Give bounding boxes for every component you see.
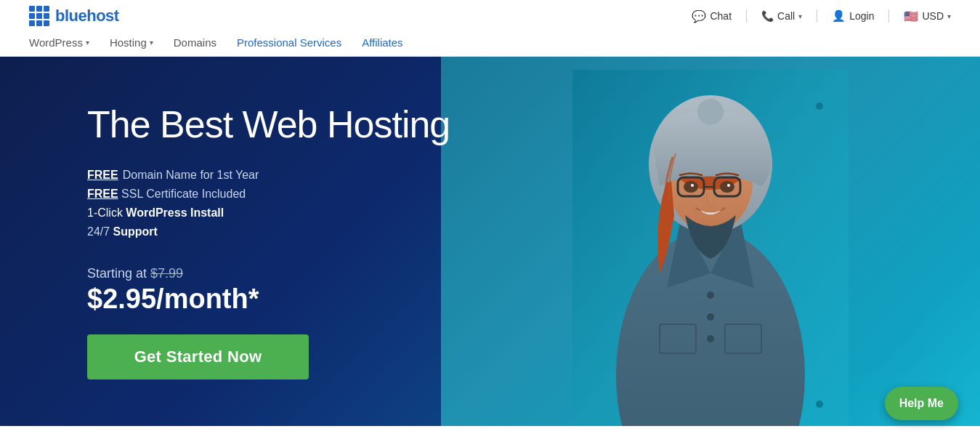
wordpress-dropdown-arrow: ▾ (86, 39, 89, 47)
starting-at-text: Starting at $7.99 (87, 266, 495, 281)
currency-label: USD (922, 10, 944, 22)
chat-link[interactable]: 💬 Chat (692, 9, 732, 23)
logo-area[interactable]: bluehost (29, 6, 119, 26)
currency-dropdown-arrow: ▾ (947, 12, 951, 20)
login-link[interactable]: 👤 Login (832, 9, 874, 23)
person-svg (572, 70, 849, 426)
chat-icon: 💬 (692, 9, 706, 23)
call-label: Call (777, 10, 795, 22)
login-icon: 👤 (832, 9, 846, 23)
header-actions: 💬 Chat 📞 Call ▾ 👤 Login 🇺🇸 USD ▾ (692, 9, 951, 23)
svg-point-21 (707, 335, 714, 342)
feature-wordpress-text: 1-Click WordPress Install (87, 206, 224, 220)
hosting-dropdown-arrow: ▾ (150, 39, 153, 47)
call-icon: 📞 (761, 10, 774, 22)
feature-support-text: 24/7 Support (87, 225, 158, 238)
nav-professional-services[interactable]: Professional Services (237, 36, 341, 49)
hero-features-list: FREE Domain Name for 1st Year FREE SSL C… (87, 169, 495, 244)
free-domain-highlight: FREE (87, 169, 118, 182)
svg-point-17 (691, 184, 694, 187)
divider (746, 9, 747, 23)
currency-link[interactable]: 🇺🇸 USD ▾ (904, 9, 951, 23)
old-price: $7.99 (150, 266, 183, 281)
hero-title: The Best Web Hosting (87, 103, 495, 147)
logo-text: bluehost (55, 7, 119, 25)
logo-icon (29, 6, 49, 26)
feature-support: 24/7 Support (87, 225, 495, 238)
nav-hosting[interactable]: Hosting ▾ (110, 36, 153, 49)
divider-2 (817, 9, 817, 23)
nav-domains-label: Domains (174, 36, 216, 49)
feature-domain-text: Domain Name for 1st Year (123, 169, 259, 182)
svg-point-15 (684, 181, 698, 193)
starting-at-label: Starting at (87, 266, 147, 281)
feature-ssl: FREE SSL Certificate Included (87, 188, 495, 201)
header-top: bluehost 💬 Chat 📞 Call ▾ 👤 Login 🇺🇸 US (29, 0, 951, 29)
nav-hosting-label: Hosting (110, 36, 147, 49)
svg-point-3 (816, 401, 823, 408)
site-header: bluehost 💬 Chat 📞 Call ▾ 👤 Login 🇺🇸 US (0, 0, 980, 57)
hero-person-figure (572, 70, 849, 426)
call-link[interactable]: 📞 Call ▾ (761, 10, 802, 22)
nav-affiliates-label: Affiliates (362, 36, 402, 49)
chat-label: Chat (710, 10, 732, 22)
help-me-button[interactable]: Help Me (885, 387, 958, 420)
divider-3 (888, 9, 889, 23)
nav-prof-services-label: Professional Services (237, 36, 341, 49)
nav-wordpress[interactable]: WordPress ▾ (29, 36, 89, 49)
svg-point-19 (707, 292, 714, 299)
feature-domain: FREE Domain Name for 1st Year (87, 169, 495, 182)
get-started-button[interactable]: Get Started Now (87, 334, 309, 379)
svg-point-16 (720, 181, 734, 193)
login-label: Login (849, 10, 874, 22)
nav-wordpress-label: WordPress (29, 36, 83, 49)
svg-point-20 (707, 313, 714, 321)
flag-icon: 🇺🇸 (904, 9, 918, 23)
hero-section: The Best Web Hosting FREE Domain Name fo… (0, 57, 980, 426)
nav-domains[interactable]: Domains (174, 36, 216, 49)
svg-point-18 (727, 184, 730, 187)
new-price: $2.95/month* (87, 284, 495, 315)
hero-content: The Best Web Hosting FREE Domain Name fo… (0, 57, 539, 426)
svg-point-2 (816, 103, 823, 110)
support-bold: Support (113, 225, 158, 238)
free-ssl-highlight: FREE (87, 188, 118, 200)
feature-wordpress: 1-Click WordPress Install (87, 206, 495, 220)
wordpress-bold: WordPress Install (126, 206, 224, 219)
svg-point-11 (697, 99, 724, 125)
pricing-area: Starting at $7.99 $2.95/month* (87, 266, 495, 315)
feature-ssl-text: FREE SSL Certificate Included (87, 188, 246, 201)
call-dropdown-arrow: ▾ (798, 12, 802, 20)
nav-affiliates[interactable]: Affiliates (362, 36, 402, 49)
main-nav: WordPress ▾ Hosting ▾ Domains Profession… (29, 29, 951, 56)
